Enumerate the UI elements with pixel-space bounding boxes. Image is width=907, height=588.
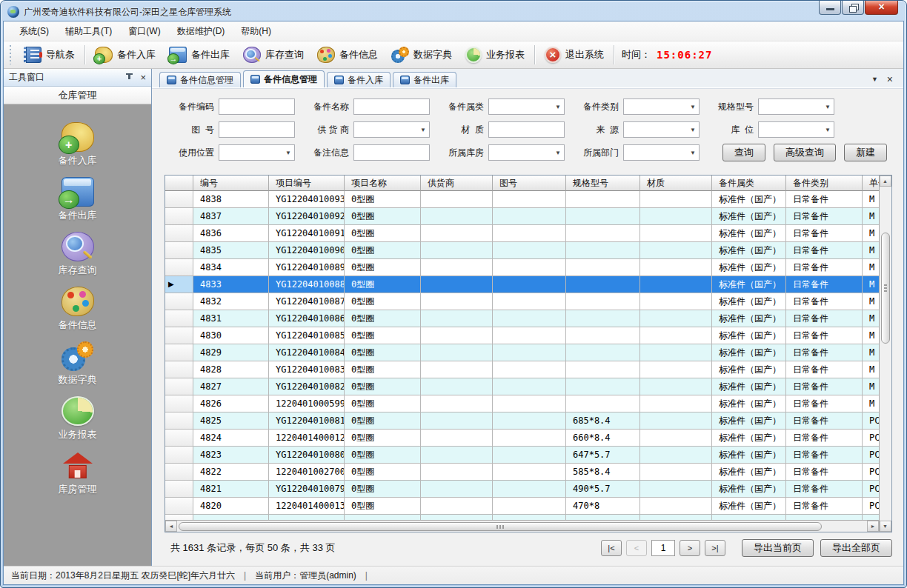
vertical-scrollbar[interactable]: ▲ ▼ xyxy=(879,176,891,532)
row-selector[interactable] xyxy=(165,430,193,447)
sidebar-item-data-dictionary[interactable]: 数据字典 xyxy=(4,341,151,387)
row-selector[interactable] xyxy=(165,327,193,344)
row-selector[interactable] xyxy=(165,310,193,327)
row-selector[interactable] xyxy=(165,259,193,276)
row-selector[interactable] xyxy=(165,191,193,208)
table-row[interactable]: 4836YG122040100910型圈标准件（国产）日常备件M xyxy=(165,225,879,242)
vertical-scroll-thumb[interactable] xyxy=(881,233,890,344)
table-row[interactable]: 4825YG122040100810型圈685*8.4标准件（国产）日常备件PC xyxy=(165,412,879,430)
toolbar-grip[interactable] xyxy=(10,45,13,64)
toolbar-button-navbar[interactable]: 导航条 xyxy=(17,44,82,65)
row-selector[interactable] xyxy=(165,464,193,481)
menu-item[interactable]: 数据维护(D) xyxy=(169,21,233,41)
toolbar-button-inventory-query[interactable]: 库存查询 xyxy=(236,44,310,65)
field-dropdown[interactable] xyxy=(219,144,295,161)
grid-header-备件类别[interactable]: 备件类别 xyxy=(786,176,863,191)
field-dropdown[interactable] xyxy=(623,144,700,161)
row-selector[interactable] xyxy=(165,344,193,361)
close-button[interactable] xyxy=(865,1,898,15)
row-selector[interactable] xyxy=(165,225,193,242)
row-selector[interactable] xyxy=(165,412,193,430)
field-dropdown[interactable] xyxy=(623,98,700,115)
tab-3[interactable]: 备件出库 xyxy=(393,72,456,87)
advanced-query-button[interactable]: 高级查询 xyxy=(774,144,836,161)
row-selector[interactable] xyxy=(165,515,193,520)
field-input[interactable] xyxy=(353,98,430,115)
field-input[interactable] xyxy=(219,98,295,115)
menu-item[interactable]: 系统(S) xyxy=(11,21,57,41)
field-dropdown[interactable] xyxy=(488,144,565,161)
toolbar-button-stock-in[interactable]: 备件入库 xyxy=(88,44,162,65)
grid-header-图号[interactable]: 图号 xyxy=(493,176,566,191)
sidebar-item-parts-info[interactable]: 备件信息 xyxy=(4,287,151,332)
next-page-button[interactable]: > xyxy=(680,540,700,556)
toolbar-button-exit-system[interactable]: 退出系统 xyxy=(538,44,611,65)
table-row[interactable]: 482612204010005990型圈标准件（国产）日常备件M xyxy=(165,395,879,412)
grid-header-供货商[interactable]: 供货商 xyxy=(421,176,493,191)
table-row[interactable]: 482412204014000120型圈660*8.4标准件（国产）日常备件PC xyxy=(165,430,879,447)
row-selector[interactable] xyxy=(165,378,193,395)
row-selector[interactable] xyxy=(165,395,193,412)
row-selector[interactable] xyxy=(165,481,193,498)
row-selector[interactable] xyxy=(165,208,193,225)
sidebar-item-business-report[interactable]: 业务报表 xyxy=(4,396,151,441)
prev-page-button[interactable]: < xyxy=(626,540,647,556)
new-button[interactable]: 新建 xyxy=(844,144,887,161)
table-row[interactable]: 4823YG122040100800型圈647*5.7标准件（国产）日常备件PC xyxy=(165,447,879,464)
tab-1[interactable]: 备件信息管理 xyxy=(243,70,325,87)
minimize-button[interactable] xyxy=(819,1,841,15)
row-selector[interactable] xyxy=(165,293,193,310)
table-row[interactable]: 4827YG122040100820型圈标准件（国产）日常备件M xyxy=(165,378,879,395)
horizontal-scroll-thumb[interactable] xyxy=(179,522,822,531)
grid-header-规格型号[interactable]: 规格型号 xyxy=(566,176,640,191)
export-current-page-button[interactable]: 导出当前页 xyxy=(742,539,814,557)
table-row[interactable] xyxy=(165,515,879,520)
table-row[interactable]: 4821YG122040100790型圈490*5.7标准件（国产）日常备件PC xyxy=(165,481,879,498)
table-row[interactable]: 4837YG122040100920型圈标准件（国产）日常备件M xyxy=(165,208,879,225)
table-row[interactable]: 4828YG122040100830型圈标准件（国产）日常备件M xyxy=(165,361,879,378)
grid-header-材质[interactable]: 材质 xyxy=(640,176,712,191)
row-selector[interactable]: ▶ xyxy=(165,276,193,293)
scroll-up-icon[interactable]: ▲ xyxy=(880,176,891,187)
tab-list-dropdown-icon[interactable]: ▼ xyxy=(871,76,878,83)
toolbar-button-business-report[interactable]: 业务报表 xyxy=(459,44,531,65)
menu-item[interactable]: 窗口(W) xyxy=(120,21,168,41)
pin-icon[interactable] xyxy=(125,73,133,82)
table-row[interactable]: 4829YG122040100840型圈标准件（国产）日常备件M xyxy=(165,344,879,361)
sidebar-item-inventory-query[interactable]: 库存查询 xyxy=(4,232,151,277)
field-dropdown[interactable] xyxy=(758,98,834,115)
grid-header-单位[interactable]: 单位 xyxy=(863,176,879,191)
toolbar-button-stock-out[interactable]: 备件出库 xyxy=(162,44,236,65)
sidebar-item-stock-out[interactable]: 备件出库 xyxy=(4,177,151,222)
field-input[interactable] xyxy=(219,121,295,138)
horizontal-scrollbar[interactable]: ◄ ► xyxy=(165,520,879,532)
field-dropdown[interactable] xyxy=(353,121,430,138)
row-selector[interactable] xyxy=(165,447,193,464)
query-button[interactable]: 查询 xyxy=(722,144,765,161)
grid-header-项目编号[interactable]: 项目编号 xyxy=(269,176,345,191)
tab-0[interactable]: 备件信息管理 xyxy=(159,72,241,87)
grid-header-selector[interactable] xyxy=(165,176,193,191)
table-row[interactable]: ▶4833YG122040100880型圈标准件（国产）日常备件M xyxy=(165,276,879,293)
table-row[interactable]: 482012204014000130型圈470*8标准件（国产）日常备件PC xyxy=(165,498,879,515)
field-input[interactable] xyxy=(353,144,430,161)
sidebar-item-stock-in[interactable]: 备件入库 xyxy=(4,122,151,167)
toolbar-button-data-dictionary[interactable]: 数据字典 xyxy=(385,44,459,65)
scroll-right-icon[interactable]: ► xyxy=(867,521,879,532)
scroll-down-icon[interactable]: ▼ xyxy=(880,521,891,532)
restore-button[interactable] xyxy=(842,1,864,15)
menu-item[interactable]: 辅助工具(T) xyxy=(57,21,120,41)
sidebar-section-title[interactable]: 仓库管理 xyxy=(4,87,151,104)
row-selector[interactable] xyxy=(165,361,193,378)
last-page-button[interactable]: >| xyxy=(705,540,725,556)
export-all-pages-button[interactable]: 导出全部页 xyxy=(820,539,892,557)
first-page-button[interactable]: |< xyxy=(601,540,622,556)
sidebar-close-icon[interactable]: × xyxy=(140,73,146,82)
field-dropdown[interactable] xyxy=(488,98,565,115)
table-row[interactable]: 4835YG122040100900型圈标准件（国产）日常备件M xyxy=(165,242,879,259)
grid-header-编号[interactable]: 编号 xyxy=(193,176,269,191)
grid-header-项目名称[interactable]: 项目名称 xyxy=(345,176,421,191)
table-row[interactable]: 4832YG122040100870型圈标准件（国产）日常备件M xyxy=(165,293,879,310)
menu-item[interactable]: 帮助(H) xyxy=(233,21,279,41)
field-dropdown[interactable] xyxy=(623,121,700,138)
